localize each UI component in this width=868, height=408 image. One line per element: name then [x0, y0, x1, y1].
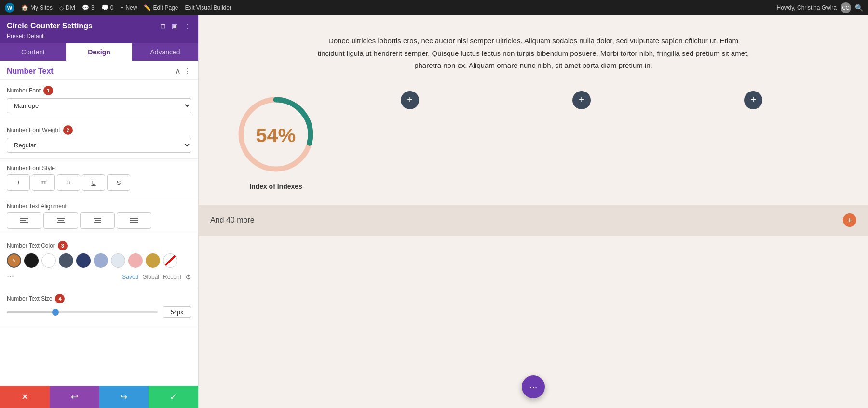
size-slider-thumb[interactable]: [52, 309, 59, 316]
bubble-link[interactable]: 💭 0: [101, 4, 114, 11]
color-more-dots[interactable]: ···: [7, 272, 14, 282]
align-center-button[interactable]: [43, 212, 78, 229]
color-settings-icon[interactable]: ⚙: [185, 273, 191, 281]
add-module-button-2[interactable]: +: [572, 91, 591, 109]
add-module-button-1[interactable]: +: [401, 91, 419, 109]
svg-rect-10: [130, 220, 138, 221]
number-font-label: Number Font: [7, 87, 41, 94]
exit-builder-link[interactable]: Exit Visual Builder: [185, 4, 231, 11]
redo-button[interactable]: ↪: [99, 386, 149, 408]
svg-rect-8: [94, 222, 101, 223]
color-swatch-pink[interactable]: [128, 253, 143, 268]
canvas-area: Donec ultricies lobortis eros, nec aucto…: [199, 15, 868, 408]
svg-rect-0: [20, 218, 28, 219]
size-slider-value[interactable]: [163, 306, 191, 318]
recent-colors-label[interactable]: Recent: [163, 274, 181, 280]
svg-rect-5: [57, 222, 65, 223]
color-swatches: ✎: [7, 253, 191, 268]
color-swatch-orange[interactable]: ✎: [7, 253, 21, 268]
align-right-button[interactable]: [80, 212, 115, 229]
number-font-weight-label: Number Font Weight: [7, 127, 60, 133]
wp-logo-icon[interactable]: W: [5, 3, 14, 13]
tab-design[interactable]: Design: [66, 43, 132, 61]
number-font-field: Number Font 1 Manrope: [0, 80, 198, 119]
color-footer: ··· Saved Global Recent ⚙: [7, 272, 191, 282]
svg-rect-4: [58, 220, 64, 221]
cancel-button[interactable]: ✕: [0, 386, 50, 408]
uppercase-button[interactable]: TT: [32, 174, 55, 191]
more-options-icon[interactable]: ⋮: [183, 21, 191, 31]
size-slider-row: [7, 306, 191, 318]
undo-button[interactable]: ↩: [50, 386, 99, 408]
color-swatch-black[interactable]: [24, 253, 39, 268]
color-swatch-white[interactable]: [41, 253, 56, 268]
circle-svg: 54%: [232, 91, 319, 178]
pencil-icon: ✏️: [144, 4, 151, 11]
svg-rect-2: [20, 222, 28, 223]
counter-section: 54% Index of Indexes + + +: [228, 91, 839, 190]
add-module-button-3[interactable]: +: [744, 91, 762, 109]
section-menu-icon[interactable]: ⋮: [184, 66, 191, 76]
circle-counter: 54% Index of Indexes: [228, 91, 324, 190]
number-text-alignment-label: Number Text Alignment: [7, 203, 67, 210]
color-swatch-gold[interactable]: [146, 253, 160, 268]
circle-label: Index of Indexes: [249, 183, 302, 190]
global-colors-label[interactable]: Global: [142, 274, 159, 280]
tab-advanced[interactable]: Advanced: [132, 43, 198, 61]
number-text-color-field: Number Text Color 3 ✎: [0, 235, 198, 288]
align-justify-button[interactable]: [117, 212, 151, 229]
underline-button[interactable]: U: [82, 174, 105, 191]
add-button-col-1: +: [324, 91, 496, 109]
edit-page-link[interactable]: ✏️ Edit Page: [144, 4, 178, 11]
save-button[interactable]: ✓: [149, 386, 198, 408]
fab-container: ···: [199, 366, 868, 408]
number-font-weight-field: Number Font Weight 2 Regular: [0, 119, 198, 159]
number-text-size-field: Number Text Size 4: [0, 288, 198, 324]
comments-link[interactable]: 💬 3: [82, 4, 95, 11]
align-buttons: [7, 212, 191, 229]
comment-icon: 💬: [82, 4, 89, 11]
color-swatch-lavender[interactable]: [94, 253, 108, 268]
color-swatch-darkgray[interactable]: [59, 253, 73, 268]
color-swatch-lightgray[interactable]: [111, 253, 125, 268]
section-collapse-icon[interactable]: ∧: [175, 66, 181, 76]
svg-rect-6: [94, 218, 101, 219]
size-slider-track: [7, 311, 158, 313]
search-icon[interactable]: 🔍: [855, 4, 863, 12]
svg-rect-3: [57, 218, 65, 219]
step2-badge: 2: [63, 125, 73, 135]
my-sites-link[interactable]: 🏠 My Sites: [21, 4, 53, 11]
avatar[interactable]: CG: [841, 2, 851, 13]
align-left-button[interactable]: [7, 212, 41, 229]
expand-icon[interactable]: ▣: [171, 21, 179, 31]
tab-content[interactable]: Content: [0, 43, 66, 61]
fab-dots-icon: ···: [529, 382, 538, 393]
divi-link[interactable]: ◇ Divi: [59, 4, 75, 11]
color-swatch-navy[interactable]: [76, 253, 91, 268]
new-link[interactable]: + New: [120, 4, 137, 11]
howdy-text: Howdy, Christina Gwira: [777, 4, 837, 11]
font-style-buttons: I TT Tt U S: [7, 174, 191, 191]
strikethrough-button[interactable]: S: [107, 174, 130, 191]
svg-text:54%: 54%: [256, 124, 296, 146]
number-font-select[interactable]: Manrope: [7, 98, 191, 113]
capitalize-button[interactable]: Tt: [57, 174, 80, 191]
number-font-weight-select[interactable]: Regular: [7, 138, 191, 153]
number-font-style-field: Number Font Style I TT Tt U S: [0, 159, 198, 197]
step3-badge: 3: [58, 241, 68, 250]
more-bar-add-icon[interactable]: +: [843, 213, 856, 227]
svg-rect-7: [95, 220, 101, 221]
step1-badge: 1: [43, 86, 53, 95]
fab-button[interactable]: ···: [522, 375, 545, 398]
minimize-icon[interactable]: ⊡: [159, 21, 167, 31]
saved-colors-label[interactable]: Saved: [122, 274, 138, 280]
panel-title: Circle Counter Settings: [7, 22, 93, 30]
more-bar[interactable]: And 40 more +: [199, 205, 868, 236]
italic-button[interactable]: I: [7, 174, 30, 191]
preset-label[interactable]: Preset: Default: [7, 33, 191, 39]
panel-header: Circle Counter Settings ⊡ ▣ ⋮ Preset: De…: [0, 15, 198, 43]
color-swatch-clear[interactable]: [163, 253, 177, 268]
settings-panel: Circle Counter Settings ⊡ ▣ ⋮ Preset: De…: [0, 15, 199, 408]
add-button-col-2: +: [496, 91, 667, 109]
number-text-section: Number Text ∧ ⋮: [0, 61, 198, 80]
